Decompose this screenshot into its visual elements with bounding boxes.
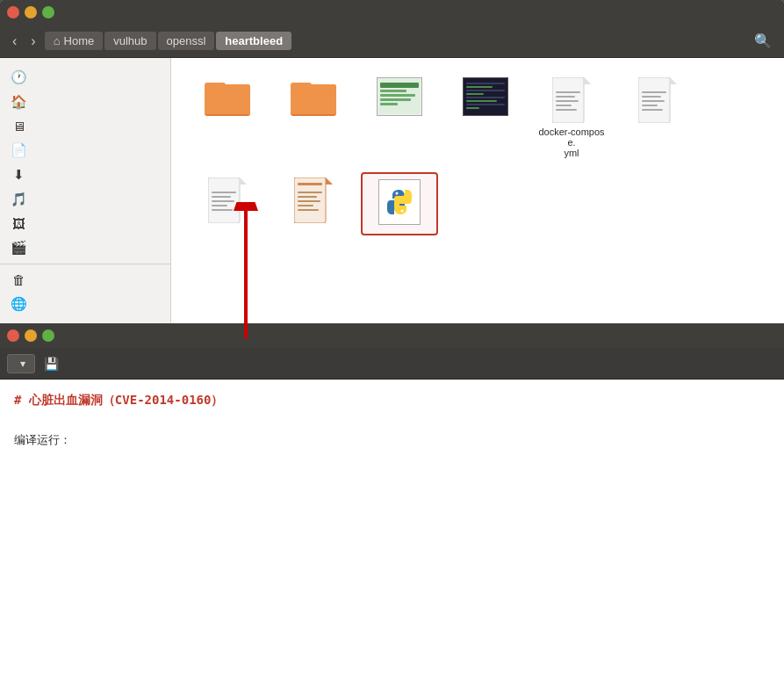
videos-icon: 🎬	[11, 240, 26, 256]
png2-preview	[464, 79, 507, 114]
home-icon: ⌂	[54, 34, 61, 47]
svg-rect-47	[298, 183, 322, 185]
search-icon[interactable]: 🔍	[749, 30, 777, 52]
svg-rect-30	[556, 109, 577, 111]
home-icon: 🏠	[11, 94, 26, 110]
gedit-close-button[interactable]	[7, 329, 19, 342]
svg-point-54	[401, 210, 404, 213]
back-button[interactable]: ‹	[7, 31, 22, 52]
fm-titlebar	[0, 0, 784, 25]
file-item-www[interactable]	[275, 72, 352, 163]
pictures-icon: 🖼	[11, 216, 26, 231]
svg-rect-2	[205, 90, 250, 114]
sidebar-item-documents[interactable]: 📄	[0, 138, 170, 163]
forward-button[interactable]: ›	[25, 31, 40, 52]
recent-icon: 🕐	[11, 69, 26, 85]
sidebar-item-network[interactable]: 🌐	[0, 292, 170, 316]
file-label-docker-compose: docker-compose.yml	[538, 127, 605, 158]
python-logo	[385, 188, 414, 216]
file-item-2png[interactable]	[447, 72, 524, 163]
file-item-readme-zh-cn[interactable]	[275, 172, 352, 235]
trash-icon: 🗑	[11, 272, 26, 287]
sidebar-item-trash[interactable]: 🗑	[0, 268, 170, 292]
gedit-window: ▾ 💾 # 心脏出血漏洞（CVE-2014-0160） 编译运行：	[0, 323, 784, 673]
gedit-open-button[interactable]: ▾	[7, 354, 35, 373]
gedit-minimize-button[interactable]	[25, 329, 37, 342]
doc-icon-readme-zh	[294, 177, 333, 223]
svg-rect-10	[380, 90, 406, 92]
breadcrumb-openssl[interactable]: openssl	[158, 32, 215, 50]
file-item-docker-compose[interactable]: docker-compose.yml	[533, 72, 610, 163]
desktop-icon: 🖥	[11, 119, 26, 134]
sidebar-item-pictures[interactable]: 🖼	[0, 212, 170, 235]
gedit-maximize-button[interactable]	[42, 329, 54, 342]
compile-label: 编译运行：	[14, 431, 770, 450]
svg-rect-34	[642, 96, 661, 98]
svg-rect-15	[466, 83, 505, 84]
file-item-dockerfile[interactable]	[619, 72, 696, 163]
svg-rect-35	[642, 100, 665, 102]
maximize-button[interactable]	[42, 6, 54, 18]
svg-rect-52	[298, 209, 319, 211]
svg-rect-9	[380, 83, 419, 88]
svg-rect-13	[380, 103, 398, 105]
svg-rect-43	[212, 205, 227, 206]
downloads-icon: ⬇	[11, 167, 26, 183]
file-item-ssltest[interactable]	[361, 172, 438, 235]
svg-marker-39	[240, 177, 247, 185]
svg-rect-28	[556, 100, 579, 102]
svg-rect-6	[291, 90, 336, 114]
file-item-conf[interactable]	[189, 72, 266, 163]
sidebar: 🕐 🏠 🖥 📄 ⬇ 🎵	[0, 58, 171, 329]
breadcrumb-heartbleed[interactable]: heartbleed	[216, 32, 291, 50]
svg-rect-37	[642, 109, 663, 111]
close-button[interactable]	[7, 6, 19, 18]
gedit-toolbar: ▾ 💾	[0, 348, 784, 380]
heading-text: # 心脏出血漏洞（CVE-2014-0160）	[14, 393, 223, 407]
folder-icon-conf	[205, 77, 250, 116]
svg-rect-21	[466, 104, 505, 105]
svg-rect-18	[466, 93, 484, 95]
doc-icon-readme	[208, 177, 247, 223]
svg-rect-48	[298, 192, 322, 193]
sidebar-item-videos[interactable]: 🎬	[0, 235, 170, 260]
svg-point-53	[396, 192, 399, 195]
file-item-readme-md[interactable]	[189, 172, 266, 235]
svg-rect-12	[380, 98, 411, 101]
svg-rect-51	[298, 205, 313, 206]
documents-icon: 📄	[11, 142, 26, 158]
svg-rect-20	[466, 100, 497, 102]
file-grid: docker-compose.yml	[171, 58, 784, 329]
image-thumb-2png	[463, 77, 508, 116]
minimize-button[interactable]	[25, 6, 37, 18]
gedit-content-area[interactable]: # 心脏出血漏洞（CVE-2014-0160） 编译运行：	[0, 380, 784, 673]
file-item-1png[interactable]	[361, 72, 438, 163]
breadcrumb-vulhub[interactable]: vulhub	[104, 32, 155, 50]
svg-rect-36	[642, 105, 658, 106]
svg-rect-50	[298, 200, 320, 202]
fm-body: 🕐 🏠 🖥 📄 ⬇ 🎵	[0, 58, 784, 329]
png1-preview	[378, 79, 421, 114]
svg-rect-41	[212, 196, 231, 198]
svg-rect-26	[556, 91, 580, 93]
doc-icon-dockerfile	[638, 77, 677, 123]
svg-marker-32	[670, 77, 677, 84]
open-dropdown-icon: ▾	[20, 358, 25, 370]
sidebar-item-recent[interactable]: 🕐	[0, 65, 170, 90]
sidebar-item-music[interactable]: 🎵	[0, 187, 170, 212]
svg-marker-25	[584, 77, 591, 84]
file-manager-window: ‹ › ⌂ Home vulhub openssl heartbleed 🔍 🕐…	[0, 0, 784, 329]
svg-rect-16	[466, 86, 493, 88]
breadcrumb-home[interactable]: ⌂ Home	[45, 32, 104, 50]
svg-rect-3	[205, 83, 226, 91]
python-file-icon	[378, 179, 421, 225]
heading-line: # 心脏出血漏洞（CVE-2014-0160）	[14, 390, 770, 411]
gedit-save-button[interactable]: 💾	[39, 354, 64, 373]
sidebar-item-desktop[interactable]: 🖥	[0, 114, 170, 138]
svg-rect-22	[466, 107, 479, 109]
svg-rect-19	[466, 97, 505, 98]
svg-rect-33	[642, 91, 666, 93]
sidebar-item-downloads[interactable]: ⬇	[0, 163, 170, 187]
image-thumb-1png	[377, 77, 422, 116]
sidebar-item-home[interactable]: 🏠	[0, 90, 170, 114]
